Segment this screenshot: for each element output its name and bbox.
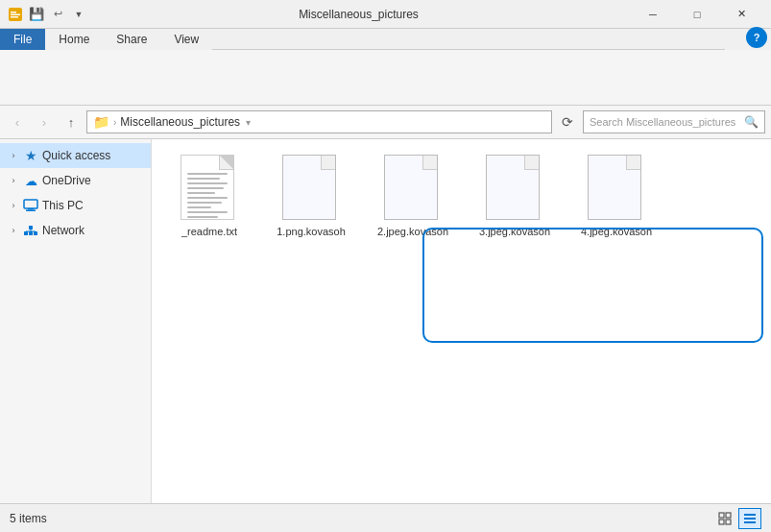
save-icon: 💾 [29, 7, 44, 22]
this-pc-icon [23, 198, 38, 213]
file-name: _readme.txt [181, 226, 237, 237]
tab-share[interactable]: Share [103, 29, 160, 50]
app-icon [8, 7, 23, 22]
breadcrumb: 📁 › Miscellaneous_pictures [93, 114, 240, 130]
title-bar-icons: 💾 ↩ ▼ [8, 7, 86, 22]
dropdown-icon[interactable]: ▼ [71, 7, 86, 22]
view-controls [713, 508, 761, 529]
search-icon: 🔍 [744, 115, 759, 129]
tab-view[interactable]: View [160, 29, 212, 50]
svg-rect-15 [719, 520, 724, 524]
quick-access-icon: ★ [23, 148, 38, 163]
svg-rect-4 [24, 200, 37, 208]
file-name: 2.jpeg.kovasoh [377, 226, 448, 237]
sidebar: › ★ Quick access › ☁ OneDrive › [0, 139, 152, 503]
maximize-button[interactable]: □ [675, 0, 719, 29]
up-button[interactable]: ↑ [60, 110, 83, 133]
search-box[interactable]: Search Miscellaneous_pictures 🔍 [583, 110, 765, 133]
crumb-separator: › [113, 117, 116, 128]
ribbon-bar [0, 50, 771, 106]
main-layout: › ★ Quick access › ☁ OneDrive › [0, 139, 771, 503]
svg-rect-17 [726, 520, 731, 524]
expand-icon: › [8, 150, 19, 161]
svg-rect-9 [34, 231, 37, 235]
sidebar-item-label: Quick access [42, 149, 110, 162]
expand-icon: › [8, 225, 19, 236]
sidebar-item-network[interactable]: › Network [0, 218, 151, 243]
window-controls: ─ □ ✕ [631, 0, 763, 29]
svg-rect-7 [24, 231, 28, 235]
list-item[interactable]: 3.jpeg.kovasoh [467, 149, 563, 243]
svg-rect-3 [11, 16, 18, 18]
expand-icon: › [8, 200, 19, 211]
sidebar-item-label: OneDrive [42, 174, 91, 187]
svg-rect-16 [726, 513, 731, 518]
address-path[interactable]: 📁 › Miscellaneous_pictures ▾ [86, 110, 552, 133]
svg-rect-8 [29, 231, 33, 235]
selection-ring [422, 228, 763, 343]
undo-icon: ↩ [50, 7, 65, 22]
grid-view-button[interactable] [738, 508, 761, 529]
list-item[interactable]: _readme.txt [161, 149, 257, 243]
ribbon-help-button[interactable]: ? [746, 27, 767, 48]
file-icon-3 [486, 155, 543, 222]
network-icon [23, 223, 38, 238]
tab-home[interactable]: Home [45, 29, 103, 50]
list-item[interactable]: 1.png.kovasoh [263, 149, 359, 243]
window-title: Miscellaneous_pictures [86, 8, 631, 21]
close-button[interactable]: ✕ [719, 0, 763, 29]
svg-rect-20 [744, 521, 756, 523]
svg-rect-10 [29, 226, 33, 230]
item-count: 5 items [10, 512, 47, 525]
svg-rect-2 [11, 13, 20, 15]
file-name: 4.jpeg.kovasoh [581, 226, 652, 237]
folder-icon: 📁 [93, 114, 109, 130]
file-name: 1.png.kovasoh [277, 226, 346, 237]
sidebar-item-onedrive[interactable]: › ☁ OneDrive [0, 168, 151, 193]
status-bar: 5 items [0, 503, 771, 532]
list-item[interactable]: 4.jpeg.kovasoh [568, 149, 664, 243]
refresh-button[interactable]: ⟳ [556, 110, 579, 133]
content-area: _readme.txt 1.png.kovasoh 2.jpeg.kovasoh… [152, 139, 771, 503]
tab-file[interactable]: File [0, 29, 45, 50]
onedrive-icon: ☁ [23, 173, 38, 188]
svg-rect-19 [744, 518, 756, 520]
file-icon-4 [588, 155, 645, 222]
path-label: Miscellaneous_pictures [120, 115, 240, 129]
minimize-button[interactable]: ─ [631, 0, 675, 29]
svg-rect-5 [28, 208, 34, 210]
back-button[interactable]: ‹ [6, 110, 29, 133]
file-name: 3.jpeg.kovasoh [479, 226, 550, 237]
sidebar-item-label: Network [42, 224, 84, 237]
svg-rect-1 [11, 12, 16, 13]
list-item[interactable]: 2.jpeg.kovasoh [365, 149, 461, 243]
search-placeholder: Search Miscellaneous_pictures [590, 116, 738, 128]
list-view-button[interactable] [713, 508, 736, 529]
svg-rect-14 [719, 513, 724, 518]
file-icon-2 [384, 155, 442, 222]
path-dropdown-arrow[interactable]: ▾ [246, 117, 251, 128]
forward-button[interactable]: › [33, 110, 56, 133]
file-icon-1 [282, 155, 340, 222]
address-bar: ‹ › ↑ 📁 › Miscellaneous_pictures ▾ ⟳ Sea… [0, 106, 771, 139]
sidebar-item-this-pc[interactable]: › This PC [0, 193, 151, 218]
svg-rect-6 [26, 210, 36, 212]
svg-rect-18 [744, 514, 756, 516]
expand-icon: › [8, 175, 19, 186]
sidebar-item-label: This PC [42, 199, 84, 212]
title-bar: 💾 ↩ ▼ Miscellaneous_pictures ─ □ ✕ [0, 0, 771, 29]
file-icon-readme [181, 155, 238, 222]
sidebar-item-quick-access[interactable]: › ★ Quick access [0, 143, 151, 168]
ribbon-tabs: File Home Share View ? [0, 29, 771, 50]
